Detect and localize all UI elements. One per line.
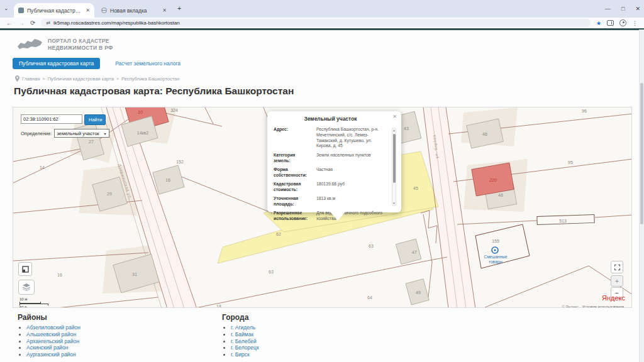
- parcel-label: 31: [132, 272, 137, 277]
- city-link[interactable]: г. Агидель: [231, 324, 255, 331]
- site-favicon: [18, 8, 24, 13]
- cadastral-number-input[interactable]: [21, 114, 82, 124]
- tab-search-chevron-icon[interactable]: ⌄: [4, 5, 9, 11]
- parcel-label: 63: [369, 244, 374, 248]
- russia-map-logo-icon: [16, 38, 43, 52]
- breadcrumb-link[interactable]: Республика Башкортостан: [121, 76, 179, 82]
- popup-title: Земельный участок: [274, 116, 387, 122]
- tab-close-icon[interactable]: ✕: [86, 8, 90, 13]
- scroll-down-icon[interactable]: ▼: [392, 202, 396, 205]
- location-pin-icon: [15, 75, 19, 82]
- popup-field-value: 180139.68 руб: [316, 182, 387, 193]
- districts-heading: Районы: [18, 313, 80, 322]
- popup-close-icon[interactable]: ✕: [392, 114, 397, 119]
- parcel-label: 16: [57, 273, 62, 277]
- area-tool-button[interactable]: [18, 262, 32, 276]
- profile-avatar-icon[interactable]: [619, 19, 626, 26]
- page-scrollbar[interactable]: [639, 30, 644, 362]
- fullscreen-button[interactable]: [611, 261, 623, 273]
- bookmark-star-icon[interactable]: ★: [596, 20, 601, 26]
- browser-tab-active[interactable]: Публичная кадастровая карт... ✕: [14, 3, 94, 18]
- popup-row: Кадастровая стоимость: 180139.68 руб: [274, 182, 387, 193]
- layers-button[interactable]: [18, 280, 35, 295]
- popup-field-label: Категория земель:: [274, 153, 313, 164]
- districts-column: Районы Абзелиловский районАльшеевский ра…: [18, 313, 80, 358]
- district-list-item: Аургазинский район: [26, 351, 80, 358]
- shop-marker-icon[interactable]: [492, 247, 498, 253]
- parcel-label: 16: [165, 178, 170, 182]
- maximize-button[interactable]: □: [621, 6, 625, 12]
- popup-field-value: Частная: [316, 167, 387, 178]
- close-button[interactable]: ✕: [635, 6, 640, 12]
- parcel-label: 513: [559, 219, 567, 223]
- city-link[interactable]: г. Баймак: [231, 331, 253, 337]
- popup-row: Адрес: Республика Башкортостан, р-н. Меч…: [274, 127, 387, 149]
- parcel-label: 14: [40, 165, 45, 170]
- cadastral-map[interactable]: 1032414кв2271415216293116186263636447494…: [13, 107, 632, 308]
- parcel-label: 49: [416, 290, 421, 295]
- parcel-label: 18: [216, 304, 221, 309]
- breadcrumb-link[interactable]: Публичная кадастровая карта: [48, 76, 114, 82]
- site-info-icon[interactable]: ⇄: [46, 20, 50, 26]
- browser-tab-newtab[interactable]: Новая вкладка ✕: [97, 3, 171, 18]
- district-link[interactable]: Абзелиловский район: [26, 324, 80, 331]
- breadcrumb: Главная » Публичная кадастровая карта » …: [15, 75, 182, 82]
- zoom-in-button[interactable]: +: [611, 275, 623, 287]
- tab-title: Публичная кадастровая карт...: [27, 8, 82, 14]
- popup-field-label: Кадастровая стоимость:: [274, 182, 313, 193]
- parcel-label: 62: [276, 232, 281, 236]
- fullscreen-icon: [614, 265, 620, 270]
- new-tab-button[interactable]: +: [177, 4, 181, 12]
- reload-icon[interactable]: ⟳: [30, 20, 35, 26]
- terms-link[interactable]: Условия использования: [582, 305, 624, 308]
- definition-select[interactable]: земельный участок ▾: [54, 129, 109, 138]
- shop-marker-label: Смешанные товары: [477, 255, 514, 265]
- definition-label: Определение:: [21, 131, 52, 136]
- district-link[interactable]: Аскинский район: [26, 344, 69, 351]
- popup-scrollbar[interactable]: ▲ ▼: [392, 128, 396, 206]
- site-nav-tab[interactable]: Расчет земельного налога: [109, 58, 187, 69]
- site-nav-tab[interactable]: Публичная кадастровая карта: [13, 58, 100, 69]
- popup-row: Разрешенное использование: Для ведения л…: [274, 211, 387, 222]
- popup-row: Категория земель: Земли населенных пункт…: [274, 153, 387, 164]
- city-link[interactable]: г. Белорецк: [231, 344, 259, 351]
- district-list-item: Абзелиловский район: [26, 324, 80, 331]
- site-nav: Публичная кадастровая картаРасчет земель…: [13, 58, 187, 69]
- tab-close-icon[interactable]: ✕: [162, 8, 167, 13]
- site-logo[interactable]: ПОРТАЛ О КАДАСТРЕ НЕДВИЖИМОСТИ В РФ: [16, 38, 113, 52]
- forward-icon[interactable]: →: [18, 20, 25, 26]
- parcel-label: 220: [489, 178, 497, 182]
- breadcrumb-separator: »: [43, 76, 45, 82]
- tab-title: Новая вкладка: [110, 8, 159, 14]
- scroll-up-icon[interactable]: ▲: [392, 129, 396, 132]
- yandex-logo[interactable]: Яндекс: [602, 294, 625, 302]
- definition-selected-value: земельный участок: [57, 131, 99, 136]
- district-list-item: Аскинский район: [26, 344, 80, 351]
- city-link[interactable]: г. Бирск: [231, 351, 250, 358]
- url-text: ik5map.roscadastres.com/map/respublika-b…: [53, 20, 180, 26]
- page-scrollbar-thumb[interactable]: [640, 83, 643, 224]
- breadcrumb-link[interactable]: Главная: [22, 76, 40, 82]
- globe-favicon: [101, 8, 107, 13]
- popup-field-value: Земли населенных пунктов: [316, 153, 387, 164]
- address-bar[interactable]: ⇄ ik5map.roscadastres.com/map/respublika…: [41, 19, 591, 27]
- side-panel-icon[interactable]: [607, 20, 614, 26]
- map-attribution: © Яндекс Условия использования: [562, 305, 624, 308]
- popup-rows: Адрес: Республика Башкортостан, р-н. Меч…: [274, 127, 387, 222]
- city-link[interactable]: г. Белебей: [231, 338, 257, 344]
- city-list-item: г. Белорецк: [231, 344, 259, 351]
- parcel-label: 48: [498, 193, 503, 197]
- find-button[interactable]: Найти: [84, 114, 106, 125]
- popup-scroll-thumb[interactable]: [393, 134, 396, 183]
- region-links-section: Районы Абзелиловский районАльшеевский ра…: [0, 313, 644, 362]
- parcel-label: 152: [176, 160, 184, 164]
- popup-row: Уточненная площадь: 1813 кв.м: [274, 196, 387, 207]
- browser-menu-icon[interactable]: ⋮: [632, 20, 638, 26]
- browser-tab-strip: ⌄ Публичная кадастровая карт... ✕ Новая …: [0, 0, 644, 18]
- district-link[interactable]: Аургазинский район: [26, 351, 76, 358]
- back-icon[interactable]: ←: [6, 20, 13, 26]
- cadastral-search: Найти: [21, 114, 106, 125]
- district-link[interactable]: Альшеевский район: [26, 331, 76, 337]
- minimize-button[interactable]: —: [605, 6, 611, 12]
- district-link[interactable]: Архангельский район: [26, 338, 79, 344]
